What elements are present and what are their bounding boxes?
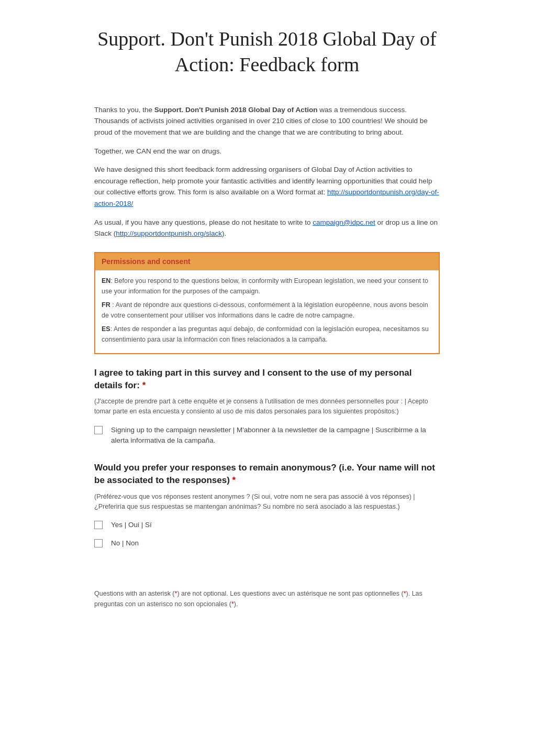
- anonymous-no-label[interactable]: No | Non: [111, 538, 139, 549]
- intro-p4-prefix: As usual, if you have any questions, ple…: [94, 218, 313, 226]
- question-2-asterisk: *: [232, 475, 236, 485]
- slack-link[interactable]: http://supportdontpunish.org/slack: [116, 229, 222, 237]
- question-2-subtitle: (Préférez-vous que vos réponses restent …: [94, 492, 440, 512]
- question-1-checkbox-row: Signing up to the campaign newsletter | …: [94, 425, 440, 446]
- intro-paragraph-1: Thanks to you, the Support. Don't Punish…: [94, 104, 440, 138]
- question-2-no-row: No | Non: [94, 538, 440, 549]
- anonymous-yes-checkbox[interactable]: [94, 521, 103, 529]
- question-2-title-text: Would you prefer your responses to remai…: [94, 463, 435, 485]
- intro-paragraph-4: As usual, if you have any questions, ple…: [94, 217, 440, 239]
- footer-middle1: ) are not optional. Les questions avec u…: [177, 590, 403, 597]
- question-2-title: Would you prefer your responses to remai…: [94, 462, 440, 487]
- question-1-section: I agree to taking part in this survey an…: [94, 367, 440, 446]
- intro-p4-suffix: ).: [222, 229, 226, 237]
- footer-note: Questions with an asterisk (*) are not o…: [94, 580, 440, 609]
- permissions-fr-text: : Avant de répondre aux questions ci-des…: [102, 301, 428, 319]
- footer-suffix: ).: [234, 600, 238, 608]
- newsletter-checkbox-label[interactable]: Signing up to the campaign newsletter | …: [111, 425, 440, 446]
- page-title: Support. Don't Punish 2018 Global Day of…: [94, 26, 440, 78]
- question-1-subtitle: (J'accepte de prendre part à cette enquê…: [94, 397, 440, 417]
- newsletter-checkbox[interactable]: [94, 426, 103, 434]
- footer-prefix: Questions with an asterisk (: [94, 590, 175, 597]
- question-2-yes-row: Yes | Oui | Sí: [94, 520, 440, 530]
- intro-paragraph-2: Together, we CAN end the war on drugs.: [94, 146, 440, 157]
- intro-paragraph-3: We have designed this short feedback for…: [94, 164, 440, 209]
- permissions-es: ES: Antes de responder a las preguntas a…: [102, 324, 432, 345]
- anonymous-yes-label[interactable]: Yes | Oui | Sí: [111, 520, 152, 530]
- permissions-en-text: : Before you respond to the questions be…: [102, 277, 428, 295]
- question-2-section: Would you prefer your responses to remai…: [94, 462, 440, 549]
- bold-campaign-name: Support. Don't Punish 2018 Global Day of…: [154, 106, 318, 114]
- permissions-header: Permissions and consent: [95, 253, 439, 270]
- permissions-en-label: EN: [102, 277, 110, 284]
- permissions-fr-label: FR: [102, 301, 110, 309]
- page-container: Support. Don't Punish 2018 Global Day of…: [52, 0, 482, 641]
- permissions-header-label: Permissions and consent: [102, 257, 191, 266]
- permissions-en: EN: Before you respond to the questions …: [102, 276, 432, 297]
- permissions-es-label: ES: [102, 325, 110, 333]
- permissions-es-text: : Antes de responder a las preguntas aqu…: [102, 325, 429, 343]
- permissions-box: Permissions and consent EN: Before you r…: [94, 252, 440, 354]
- anonymous-no-checkbox[interactable]: [94, 539, 103, 547]
- permissions-body: EN: Before you respond to the questions …: [95, 270, 439, 353]
- intro-section: Thanks to you, the Support. Don't Punish…: [94, 104, 440, 239]
- question-1-asterisk: *: [142, 380, 146, 390]
- permissions-fr: FR : Avant de répondre aux questions ci-…: [102, 300, 432, 321]
- campaign-email-link[interactable]: campaign@idpc.net: [313, 218, 375, 226]
- question-1-title: I agree to taking part in this survey an…: [94, 367, 440, 392]
